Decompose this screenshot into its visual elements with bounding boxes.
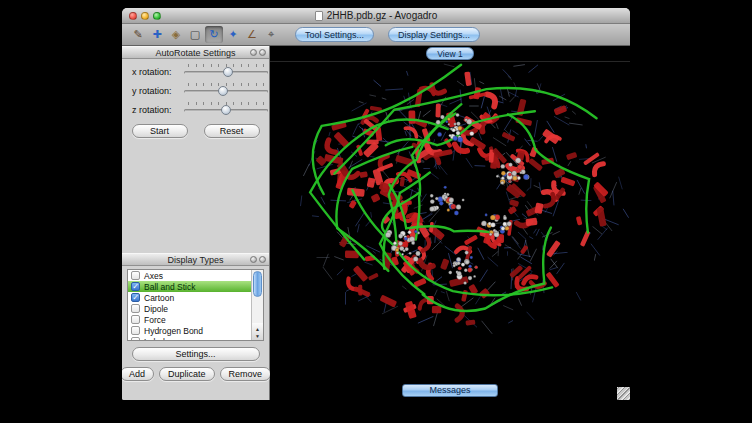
rotation-slider[interactable]	[184, 64, 268, 79]
rotation-slider-row: x rotation:	[122, 62, 269, 81]
zoom-button[interactable]	[153, 12, 161, 20]
display-settings-button[interactable]: Display Settings...	[388, 27, 480, 42]
title-bar[interactable]: 2HHB.pdb.gz - Avogadro	[122, 8, 630, 24]
resize-grip-icon[interactable]	[617, 387, 630, 400]
display-type-checkbox[interactable]: ✓	[131, 282, 140, 291]
scrollbar-thumb[interactable]	[253, 271, 262, 297]
slider-label: z rotation:	[132, 105, 182, 115]
display-type-label: Force	[144, 315, 166, 325]
measure-tool[interactable]: ∠	[243, 26, 261, 43]
manipulate-tool[interactable]: ◈	[167, 26, 185, 43]
display-type-actions: Add Duplicate Remove	[122, 367, 269, 381]
rotation-slider-row: z rotation:	[122, 100, 269, 119]
navigate-tool[interactable]: ✚	[148, 26, 166, 43]
messages-button[interactable]: Messages	[402, 384, 498, 397]
display-type-label: Cartoon	[144, 293, 174, 303]
display-type-label: Ball and Stick	[144, 282, 196, 292]
display-type-label: Label	[144, 337, 165, 341]
messages-bar: Messages	[270, 380, 630, 400]
main-view: View 1 Messages	[270, 46, 630, 400]
display-types-panel: Display Types Axes✓Ball and Stick✓Cartoo…	[122, 253, 269, 381]
autorotate-tool[interactable]: ↻	[205, 26, 223, 43]
display-type-list: Axes✓Ball and Stick✓CartoonDipoleForceHy…	[128, 270, 251, 340]
close-panel-icon[interactable]	[259, 256, 266, 263]
display-type-checkbox[interactable]: ✓	[131, 293, 140, 302]
toolbar: ✎✚◈▢↻✦∠⌖ Tool Settings... Display Settin…	[122, 24, 630, 46]
minimize-button[interactable]	[141, 12, 149, 20]
start-button[interactable]: Start	[132, 124, 188, 138]
selection-tool[interactable]: ▢	[186, 26, 204, 43]
scroll-up-icon[interactable]: ▲	[255, 326, 260, 333]
autorotate-buttons: Start Reset	[122, 124, 269, 138]
display-type-row[interactable]: ✓Ball and Stick	[128, 281, 251, 292]
window-controls	[129, 12, 161, 20]
autorotate-panel-title: AutoRotate Settings	[155, 48, 235, 58]
remove-display-type-button[interactable]: Remove	[220, 367, 272, 381]
display-type-row[interactable]: Force	[128, 314, 251, 325]
autorotate-sliders: x rotation:y rotation:z rotation:	[122, 59, 269, 119]
view-tab-bar: View 1	[270, 46, 630, 62]
scrollbar-arrows: ▲ ▼	[252, 323, 263, 340]
align-tool[interactable]: ⌖	[262, 26, 280, 43]
display-type-row[interactable]: Dipole	[128, 303, 251, 314]
display-type-row[interactable]: ✓Cartoon	[128, 292, 251, 303]
scroll-down-icon[interactable]: ▼	[255, 333, 260, 340]
display-type-row[interactable]: Label	[128, 336, 251, 340]
display-type-label: Dipole	[144, 304, 168, 314]
panel-controls	[250, 49, 266, 56]
reset-button[interactable]: Reset	[204, 124, 260, 138]
draw-tool[interactable]: ✎	[129, 26, 147, 43]
close-button[interactable]	[129, 12, 137, 20]
viewport	[270, 62, 630, 380]
display-type-checkbox[interactable]	[131, 304, 140, 313]
close-panel-icon[interactable]	[259, 49, 266, 56]
slider-thumb[interactable]	[218, 86, 228, 96]
autooptimize-tool[interactable]: ✦	[224, 26, 242, 43]
slider-ticks	[188, 83, 264, 86]
float-panel-icon[interactable]	[250, 256, 257, 263]
display-type-checkbox[interactable]	[131, 271, 140, 280]
window-title-text: 2HHB.pdb.gz - Avogadro	[327, 10, 437, 21]
toolbar-tools: ✎✚◈▢↻✦∠⌖	[129, 26, 281, 43]
display-type-label: Hydrogen Bond	[144, 326, 203, 336]
display-type-listbox: Axes✓Ball and Stick✓CartoonDipoleForceHy…	[127, 269, 264, 341]
slider-thumb[interactable]	[223, 67, 233, 77]
slider-label: x rotation:	[132, 67, 182, 77]
rotation-slider[interactable]	[184, 83, 268, 98]
display-type-label: Axes	[144, 271, 163, 281]
display-type-row[interactable]: Axes	[128, 270, 251, 281]
tool-settings-button[interactable]: Tool Settings...	[295, 27, 374, 42]
display-types-header: Display Types	[122, 253, 269, 266]
display-types-title: Display Types	[168, 255, 224, 265]
display-type-checkbox[interactable]	[131, 326, 140, 335]
display-type-checkbox[interactable]	[131, 337, 140, 340]
window-content: AutoRotate Settings x rotation:y rotatio…	[122, 46, 630, 400]
autorotate-panel-header: AutoRotate Settings	[122, 46, 269, 59]
sidebar: AutoRotate Settings x rotation:y rotatio…	[122, 46, 270, 400]
window-title: 2HHB.pdb.gz - Avogadro	[315, 10, 437, 21]
rotation-slider[interactable]	[184, 102, 268, 117]
molecule-canvas[interactable]	[270, 62, 630, 380]
display-list-scrollbar[interactable]: ▲ ▼	[251, 270, 263, 340]
slider-thumb[interactable]	[221, 105, 231, 115]
display-type-row[interactable]: Hydrogen Bond	[128, 325, 251, 336]
rotation-slider-row: y rotation:	[122, 81, 269, 100]
view-tab[interactable]: View 1	[426, 47, 473, 60]
duplicate-display-type-button[interactable]: Duplicate	[159, 367, 215, 381]
display-type-checkbox[interactable]	[131, 315, 140, 324]
panel-controls	[250, 256, 266, 263]
avogadro-window: 2HHB.pdb.gz - Avogadro ✎✚◈▢↻✦∠⌖ Tool Set…	[122, 8, 630, 400]
float-panel-icon[interactable]	[250, 49, 257, 56]
document-icon	[315, 11, 323, 21]
display-type-settings-button[interactable]: Settings...	[132, 347, 260, 361]
add-display-type-button[interactable]: Add	[122, 367, 154, 381]
slider-label: y rotation:	[132, 86, 182, 96]
